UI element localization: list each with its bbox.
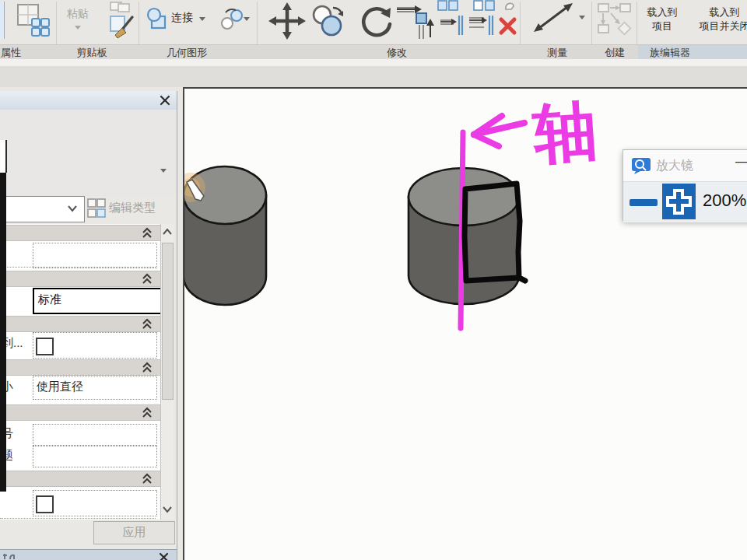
lower-panel-close-icon[interactable] [159,552,170,560]
options-bar-lower [0,66,747,87]
panel-label-family-editor: 族编辑器 [631,46,709,59]
row-separator [0,267,156,268]
minimize-button[interactable]: — [735,153,747,170]
type-value-input[interactable]: 标准 [33,288,163,314]
load-into-project-close-button[interactable]: 载入到 项目并关闭 [689,5,747,33]
section-header[interactable] [0,404,160,421]
property-value-cell[interactable] [33,446,157,467]
paste-button[interactable]: 粘贴 [59,6,96,36]
measure-chevron-down-icon[interactable] [579,16,585,23]
property-value-cell[interactable] [33,243,157,268]
apply-button[interactable]: 应用 [93,521,175,544]
section-header[interactable] [0,316,160,332]
options-bar [0,59,747,66]
panel-label-geometry: 几何图形 [148,46,226,59]
checkbox[interactable] [36,495,54,513]
lower-panel-titlebar[interactable] [0,549,177,560]
property-value: 使用直径 [37,380,83,394]
load-into-project-button[interactable]: 载入到 项目 [638,5,686,33]
section-header[interactable] [0,359,160,376]
magnifier-window[interactable]: 放大镜 — 200% [622,149,747,221]
partial-panel-icon [0,2,5,39]
magnifier-titlebar[interactable]: 放大镜 — [623,150,747,181]
app-window: { "ribbon": { "sections": [ {"label": "属… [0,0,747,560]
axis-annotation-text: 轴 [529,95,599,170]
checkbox[interactable] [36,338,54,355]
pick-chevron-down-icon[interactable] [244,17,250,24]
close-icon[interactable] [159,94,171,107]
axis-annotation-arrow [474,116,524,146]
panel-bar-icon [3,551,20,560]
join-label[interactable]: 连接 [171,11,193,25]
combo-chevron-down-icon [67,205,78,212]
magnifier-app-icon [631,157,651,174]
copy-icon[interactable] [109,1,132,12]
panel-label-modify: 修改 [358,46,436,59]
section-header[interactable] [0,271,160,287]
pick-host-icon[interactable] [219,5,245,32]
background-window-fragment [0,140,7,173]
paste-label: 粘贴 [67,7,89,19]
align-icon[interactable] [437,0,458,12]
magnifier-title: 放大镜 [656,158,693,174]
trim-extend-multi-icon[interactable] [468,14,495,37]
move-icon[interactable] [268,2,307,40]
split-icon[interactable] [473,0,496,12]
row-separator [0,518,156,519]
ribbon-panel-labels: 属性 剪贴板 几何图形 修改 测量 创建 族编辑器 [0,44,747,59]
property-value-cell[interactable] [33,424,157,446]
join-chevron-down-icon[interactable] [199,17,205,24]
trim-corner-icon[interactable] [395,2,436,40]
delete-icon[interactable] [498,16,517,36]
edit-type-label: 编辑类型 [109,201,156,215]
type-properties-icon[interactable] [16,2,51,40]
edit-type-icon [87,198,107,219]
zoom-out-button[interactable] [630,199,658,206]
property-grid: 标准 到... 小 使用直径 号 题 [0,224,160,520]
type-preview-area [0,110,177,196]
scrollbar-thumb[interactable] [162,243,174,400]
pin-shape-icon[interactable] [504,0,515,10]
copy-objects-icon[interactable] [310,2,347,38]
panel-scrollbar[interactable] [160,224,174,520]
rotate-icon[interactable] [356,3,394,40]
properties-panel: 编辑类型 标准 到... 小 使用直径 号 题 [0,91,177,560]
zoom-level: 200% [703,191,746,211]
type-selector-combobox[interactable] [0,196,85,222]
chevron-down-icon [75,26,81,33]
match-type-brush-icon[interactable] [109,14,135,40]
edit-type-button[interactable]: 编辑类型 [87,197,176,220]
scroll-up-button[interactable] [161,224,174,240]
background-window-strip [0,173,6,492]
ribbon: 粘贴 连接 [0,0,747,44]
panel-titlebar[interactable] [0,91,177,110]
preview-chevron-down-icon[interactable] [160,169,167,176]
section-header[interactable] [0,471,160,487]
measure-icon[interactable] [532,2,574,34]
trim-extend-single-icon[interactable] [440,14,465,37]
panel-label-clipboard: 剪贴板 [53,46,131,59]
zoom-in-button[interactable] [662,184,696,219]
create-group-icon[interactable] [596,2,633,36]
section-header[interactable] [0,225,160,241]
magnifier-controls: 200% [623,181,747,222]
scroll-down-button[interactable] [161,502,174,517]
panel-label-properties: 属性 [0,46,33,59]
join-icon[interactable] [145,6,170,31]
